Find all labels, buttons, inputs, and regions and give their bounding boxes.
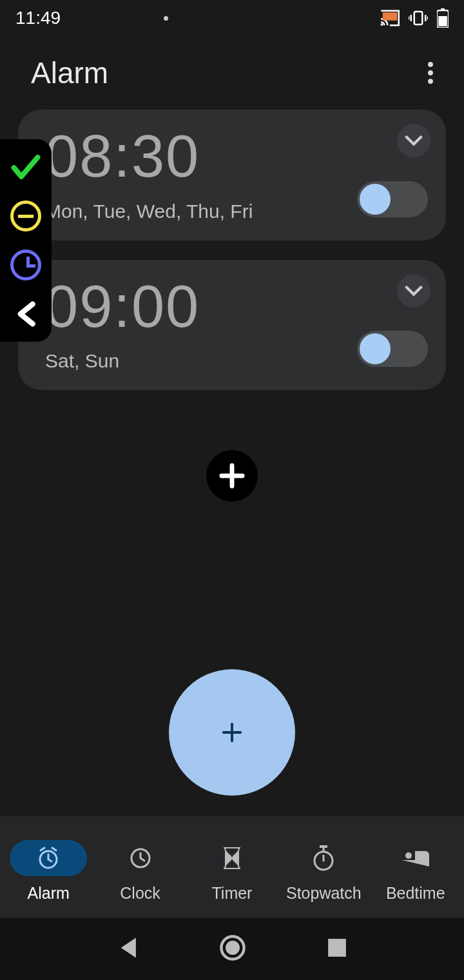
more-vert-icon xyxy=(428,62,433,84)
alarm-icon xyxy=(35,845,61,871)
recents-button[interactable] xyxy=(327,938,347,960)
nav-label: Bedtime xyxy=(386,884,445,903)
status-time: 11:49 xyxy=(15,8,61,28)
svg-rect-5 xyxy=(438,16,447,26)
expand-button[interactable] xyxy=(397,124,430,157)
nav-label: Stopwatch xyxy=(286,884,362,903)
svg-rect-1 xyxy=(383,12,398,21)
schedule-clock-icon[interactable] xyxy=(10,249,42,281)
square-recents-icon xyxy=(327,938,347,957)
plus-icon xyxy=(218,718,246,747)
alarm-time[interactable]: 08:30 xyxy=(45,125,428,188)
stopwatch-icon xyxy=(311,844,336,872)
notification-dot-icon xyxy=(164,16,168,21)
more-options-button[interactable] xyxy=(418,60,443,86)
nav-label: Alarm xyxy=(28,884,70,903)
alarm-time[interactable]: 09:00 xyxy=(45,275,428,338)
svg-point-13 xyxy=(405,852,412,859)
floating-toolbar[interactable] xyxy=(0,139,52,342)
alarm-toggle[interactable] xyxy=(357,181,428,217)
nav-label: Clock xyxy=(120,884,160,903)
system-nav-bar xyxy=(0,918,464,980)
nav-label: Timer xyxy=(211,884,252,903)
cast-icon xyxy=(380,10,400,26)
triangle-back-icon xyxy=(117,936,138,959)
nav-clock[interactable]: Clock xyxy=(102,840,179,903)
nav-alarm[interactable]: Alarm xyxy=(10,840,87,903)
nav-bedtime[interactable]: Bedtime xyxy=(377,840,454,903)
bottom-nav: Alarm Clock Timer Stopwatch Bedtime xyxy=(0,816,464,918)
svg-point-7 xyxy=(428,70,433,75)
nav-stopwatch[interactable]: Stopwatch xyxy=(285,840,362,903)
alarm-card[interactable]: 09:00 Sat, Sun xyxy=(18,260,446,391)
toggle-knob xyxy=(360,333,391,364)
plus-icon xyxy=(217,461,247,491)
svg-rect-12 xyxy=(320,845,327,848)
svg-point-0 xyxy=(381,23,383,26)
page-title: Alarm xyxy=(31,55,108,90)
svg-rect-4 xyxy=(441,8,445,10)
bed-icon xyxy=(400,847,432,869)
vibrate-icon xyxy=(409,10,428,26)
app-header: Alarm xyxy=(0,36,464,110)
check-icon[interactable] xyxy=(10,151,42,183)
back-button[interactable] xyxy=(117,936,138,962)
overlay-add-button[interactable] xyxy=(206,450,258,502)
status-bar: 11:49 xyxy=(0,0,464,36)
nav-timer[interactable]: Timer xyxy=(193,840,271,903)
chevron-down-icon xyxy=(405,285,423,297)
circle-home-icon xyxy=(218,934,247,962)
alarm-list: 08:30 Mon, Tue, Wed, Thu, Fri 09:00 Sat,… xyxy=(0,110,464,390)
svg-rect-16 xyxy=(328,939,346,957)
chevron-down-icon xyxy=(405,135,423,146)
chevron-left-icon[interactable] xyxy=(10,298,42,330)
alarm-toggle[interactable] xyxy=(357,331,428,367)
expand-button[interactable] xyxy=(397,274,430,308)
svg-rect-2 xyxy=(414,12,423,24)
alarm-card[interactable]: 08:30 Mon, Tue, Wed, Thu, Fri xyxy=(18,110,446,240)
svg-point-6 xyxy=(428,62,433,67)
add-alarm-fab[interactable] xyxy=(169,669,295,796)
svg-point-8 xyxy=(428,79,433,84)
home-button[interactable] xyxy=(218,934,247,965)
do-not-disturb-icon[interactable] xyxy=(10,200,42,232)
battery-icon xyxy=(437,8,449,28)
toggle-knob xyxy=(360,184,391,215)
clock-icon xyxy=(128,845,153,871)
hourglass-icon xyxy=(220,845,244,871)
svg-point-15 xyxy=(226,941,240,955)
